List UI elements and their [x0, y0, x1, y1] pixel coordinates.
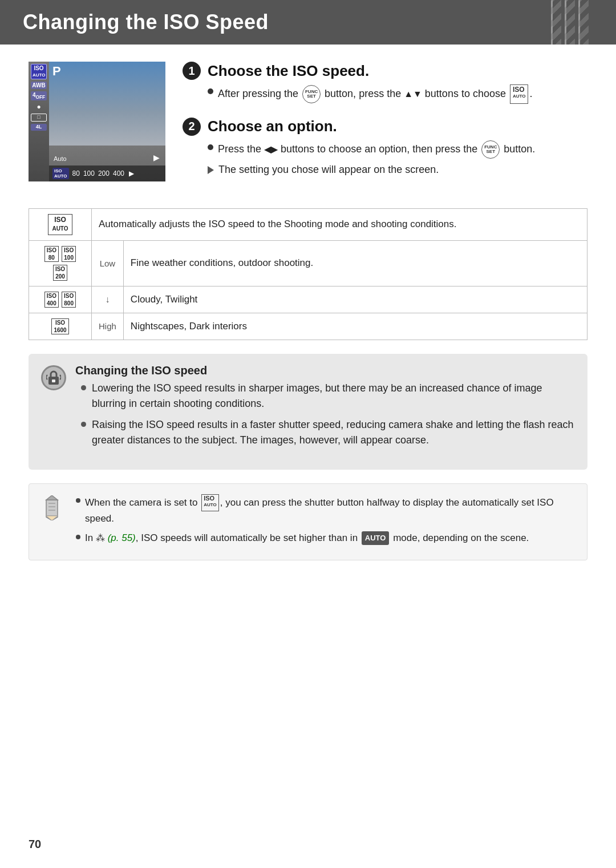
tips-box: When the camera is set to ISOAUTO, you c… [29, 483, 587, 560]
cam-awb-icon: AWB [31, 82, 47, 89]
lock-svg [46, 369, 61, 386]
tips-bullet1-text: When the camera is set to ISOAUTO, you c… [85, 494, 574, 526]
table-icon-cell3: ISO400 ISO800 [29, 286, 92, 313]
table-desc-night: Nightscapes, Dark interiors [123, 313, 587, 340]
step1-bullet-dot [208, 88, 213, 94]
cam-rect-icon: □ [31, 114, 47, 122]
note-bullet1-text: Lowering the ISO speed results in sharpe… [92, 381, 575, 411]
table-level-high: High [92, 313, 124, 340]
cam-4l-icon: 4L [31, 124, 47, 131]
page-number: 70 [29, 838, 41, 851]
scene-icon: ⁂ [96, 533, 105, 543]
cam-arrow-right: ▶ [153, 153, 160, 162]
iso-400: ISO400 [44, 292, 59, 308]
step2-content: Press the ◀▶ buttons to choose an option… [183, 140, 587, 177]
cam-val-200: 200 [98, 169, 110, 177]
tips-bullet2-dot [76, 535, 80, 539]
step2-bullet2: The setting you chose will appear on the… [208, 162, 587, 177]
iso-100: ISO100 [62, 246, 76, 262]
func-set-btn-icon: FUNCSET [302, 85, 321, 103]
auto-badge: AUTO [362, 531, 390, 545]
page-title: Changing the ISO Speed [23, 10, 269, 34]
iso-badges-80-200: ISO80 ISO100 ISO200 [36, 245, 84, 281]
steps-row: ISOAUTO AWB 4OFF ● □ 4L P Auto ▶ ISOAUTO… [29, 62, 587, 191]
pencil-icon [42, 495, 67, 520]
cam-val-400: 400 [113, 169, 124, 177]
note-bullet1-dot [81, 385, 86, 390]
cam-iso-icon: ISOAUTO [31, 64, 47, 79]
table-row: ISO80 ISO100 ISO200 Low Fine weather con… [29, 240, 587, 286]
tips-bullet1: When the camera is set to ISOAUTO, you c… [76, 494, 574, 526]
step1-bullet1-text: After pressing the FUNCSET button, press… [218, 84, 533, 104]
steps-column: 1 Choose the ISO speed. After pressing t… [183, 62, 587, 191]
header-decoration [548, 0, 616, 45]
note-title: Changing the ISO speed [75, 364, 575, 377]
step1-content: After pressing the FUNCSET button, press… [183, 84, 587, 104]
step2-bullet2-text: The setting you chose will appear on the… [218, 162, 439, 177]
iso-auto-table-badge: ISOAUTO [48, 214, 72, 235]
note-bullets: Lowering the ISO speed results in sharpe… [75, 381, 575, 448]
tips-bullet2-text: In ⁂ (p. 55), ISO speeds will automatica… [85, 531, 529, 546]
step2-bullet1-text: Press the ◀▶ buttons to choose an option… [218, 140, 535, 159]
updown-icon: ▲▼ [404, 89, 422, 99]
step2-title: Choose an option. [208, 118, 337, 135]
step1-title: Choose the ISO speed. [208, 62, 369, 80]
step2-header: 2 Choose an option. [183, 118, 587, 136]
svg-marker-3 [46, 495, 58, 500]
main-content: ISOAUTO AWB 4OFF ● □ 4L P Auto ▶ ISOAUTO… [0, 45, 616, 597]
camera-image: ISOAUTO AWB 4OFF ● □ 4L P Auto ▶ ISOAUTO… [29, 62, 165, 181]
iso-badges-400-800: ISO400 ISO800 [36, 291, 84, 308]
table-icon-cell: ISOAUTO [29, 208, 92, 240]
step2-bullet2-triangle [208, 166, 214, 174]
tips-bullet1-dot [76, 498, 80, 503]
cam-bottom-bar: ISOAUTO 80 100 200 400 ▶ [49, 165, 165, 181]
func-set-btn2-icon: FUNCSET [481, 140, 500, 159]
table-description-cell: Automatically adjusts the ISO speed to t… [92, 208, 587, 240]
cam-arrow: ▶ [129, 169, 134, 177]
cam-val-100: 100 [83, 169, 95, 177]
iso-800: ISO800 [62, 292, 76, 308]
cam-iso-bottom: ISOAUTO [52, 168, 69, 179]
step2-number: 2 [183, 118, 201, 136]
step1-block: 1 Choose the ISO speed. After pressing t… [183, 62, 587, 104]
step2-bullet1-dot [208, 144, 213, 150]
cam-mode-p: P [52, 64, 61, 79]
table-level-low: Low [92, 240, 124, 286]
table-icon-cell2: ISO80 ISO100 ISO200 [29, 240, 92, 286]
iso-80: ISO80 [44, 246, 59, 262]
note-box: Changing the ISO speed Lowering the ISO … [29, 354, 587, 470]
step1-header: 1 Choose the ISO speed. [183, 62, 587, 80]
iso-auto-badge: ISOAUTO [510, 84, 529, 104]
note-bullet2: Raising the ISO speed results in a faste… [75, 417, 575, 448]
iso-table: ISOAUTO Automatically adjusts the ISO sp… [29, 208, 587, 340]
table-icon-cell4: ISO1600 [29, 313, 92, 340]
step2-bullet1: Press the ◀▶ buttons to choose an option… [208, 140, 587, 159]
page-header: Changing the ISO Speed [0, 0, 616, 45]
iso-200: ISO200 [53, 265, 67, 281]
table-desc-low: Fine weather conditions, outdoor shootin… [123, 240, 587, 286]
note-bullet1: Lowering the ISO speed results in sharpe… [75, 381, 575, 411]
step1-bullet1: After pressing the FUNCSET button, press… [208, 84, 587, 104]
table-level-down: ↓ [92, 286, 124, 313]
iso-auto-tips: ISOAUTO [201, 494, 219, 511]
table-row: ISO1600 High Nightscapes, Dark interiors [29, 313, 587, 340]
step2-block: 2 Choose an option. Press the ◀▶ buttons… [183, 118, 587, 177]
iso-1600: ISO1600 [51, 318, 68, 334]
cam-flash-icon: 4OFF [31, 91, 47, 100]
note-bullet2-dot [81, 422, 86, 427]
cam-val-80: 80 [72, 169, 80, 177]
note-bullet2-text: Raising the ISO speed results in a faste… [92, 417, 575, 448]
table-row: ISOAUTO Automatically adjusts the ISO sp… [29, 208, 587, 240]
note-lock-icon [41, 365, 66, 390]
leftright-icon: ◀▶ [264, 144, 278, 154]
tips-link: (p. 55) [108, 532, 136, 543]
tips-content: When the camera is set to ISOAUTO, you c… [76, 494, 574, 550]
table-desc-cloudy: Cloudy, Twilight [123, 286, 587, 313]
cam-dot-icon: ● [31, 103, 47, 111]
down-arrow-icon: ↓ [105, 294, 110, 304]
cam-auto-label: Auto [54, 155, 67, 162]
note-content: Changing the ISO speed Lowering the ISO … [75, 364, 575, 459]
step1-number: 1 [183, 62, 201, 80]
pencil-svg [42, 495, 64, 520]
svg-rect-1 [52, 380, 55, 382]
